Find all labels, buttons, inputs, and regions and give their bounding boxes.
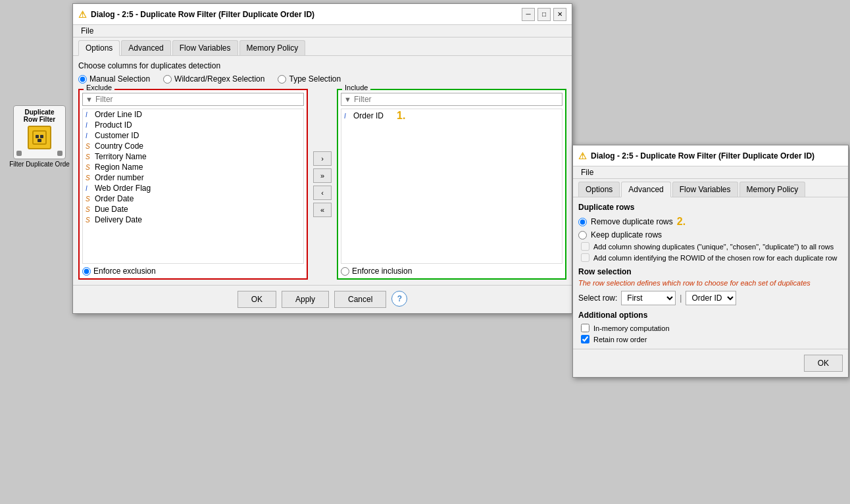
adv-tab-options[interactable]: Options (578, 182, 620, 197)
include-column-list[interactable]: I Order ID 1. (341, 109, 562, 264)
move-right-button[interactable]: › (313, 151, 332, 166)
tab-flow-variables[interactable]: Flow Variables (172, 40, 238, 55)
radio-wildcard[interactable]: Wildcard/Regex Selection (163, 74, 264, 84)
tab-options[interactable]: Options (78, 40, 120, 56)
list-item[interactable]: S Order Date (83, 193, 303, 204)
retain-row-order-row[interactable]: Retain row order (578, 335, 843, 343)
list-item[interactable]: S Due Date (83, 204, 303, 214)
node-container: Duplicate Row Filter Filter Duplicate Or… (7, 105, 72, 168)
enforce-exclusion-row[interactable]: Enforce exclusion (82, 266, 304, 276)
list-item[interactable]: S Territory Name (83, 151, 303, 162)
move-right-all-button[interactable]: » (313, 168, 332, 183)
arrow-buttons: › » ‹ « (311, 89, 334, 280)
node-label: Filter Duplicate Orde (9, 161, 70, 168)
include-filter-box[interactable]: ▼ (341, 93, 562, 106)
radio-manual[interactable]: Manual Selection (78, 74, 150, 84)
enforce-inclusion-row[interactable]: Enforce inclusion (341, 266, 562, 276)
select-row-row: Select row: First Last Minimum Maximum |… (578, 291, 843, 305)
duplicate-rows-title: Duplicate rows (578, 203, 843, 212)
columns-area: Exclude ▼ I Order Line ID I Product ID (78, 89, 566, 280)
radio-manual-input[interactable] (78, 75, 87, 84)
keep-duplicate-row[interactable]: Keep duplicate rows (578, 230, 843, 239)
remove-duplicate-row[interactable]: Remove duplicate rows 2. (578, 216, 843, 228)
enforce-exclusion-radio[interactable] (82, 267, 91, 276)
adv-tab-advanced[interactable]: Advanced (621, 182, 670, 197)
list-item[interactable]: I Customer ID (83, 130, 303, 141)
in-memory-row[interactable]: In-memory computation (578, 324, 843, 332)
list-item[interactable]: S Region Name (83, 162, 303, 172)
tab-advanced[interactable]: Advanced (121, 40, 170, 55)
node-box[interactable]: Duplicate Row Filter (13, 105, 66, 159)
col-type-icon: S (86, 216, 92, 224)
advanced-dialog-menubar: File (573, 166, 848, 179)
retain-row-order-checkbox[interactable] (581, 335, 589, 343)
dialog-controls[interactable]: ─ □ ✕ (522, 8, 566, 21)
adv-tab-memory-policy[interactable]: Memory Policy (739, 182, 806, 197)
col-type-icon: I (86, 111, 92, 118)
main-dialog-menubar: File (73, 25, 572, 38)
node-icon (28, 126, 51, 149)
col-type-icon: I (86, 185, 92, 192)
main-dialog-buttons: OK Apply Cancel ? (73, 285, 572, 313)
select-row-label: Select row: (578, 293, 617, 303)
advanced-dialog-title: ⚠ Dialog - 2:5 - Duplicate Row Filter (F… (578, 151, 814, 161)
col-type-icon: I (86, 132, 92, 139)
minimize-button[interactable]: ─ (522, 8, 535, 21)
exclude-panel: Exclude ▼ I Order Line ID I Product ID (78, 89, 308, 280)
port-left (16, 151, 22, 156)
radio-type[interactable]: Type Selection (278, 74, 341, 84)
radio-type-input[interactable] (278, 75, 286, 84)
main-dialog-tabs: Options Advanced Flow Variables Memory P… (73, 38, 572, 56)
add-column-unique-checkbox[interactable] (581, 242, 589, 251)
exclude-label: Exclude (84, 84, 114, 91)
col-type-icon: S (86, 143, 92, 150)
list-item[interactable]: S Order number (83, 172, 303, 183)
select-row-dropdown[interactable]: First Last Minimum Maximum (621, 291, 676, 305)
main-dialog-content: Choose columns for duplicates detection … (73, 56, 572, 285)
enforce-inclusion-radio[interactable] (341, 267, 349, 276)
adv-ok-button[interactable]: OK (804, 355, 843, 372)
col-type-icon: S (86, 206, 92, 213)
include-filter-input[interactable] (354, 95, 559, 104)
list-item[interactable]: I Order ID 1. (341, 109, 562, 122)
tab-memory-policy[interactable]: Memory Policy (239, 40, 306, 55)
list-item[interactable]: I Web Order Flag (83, 183, 303, 193)
maximize-button[interactable]: □ (538, 8, 551, 21)
exclude-filter-input[interactable] (95, 95, 301, 104)
add-column-rowid-row[interactable]: Add column identifying the ROWID of the … (578, 253, 843, 262)
adv-menu-file[interactable]: File (578, 166, 596, 178)
keep-duplicate-radio[interactable] (578, 231, 587, 239)
list-item[interactable]: I Product ID (83, 120, 303, 130)
row-selection-title: Row selection (578, 267, 843, 276)
col-type-icon: S (86, 153, 92, 161)
warning-icon-2: ⚠ (578, 151, 587, 161)
remove-duplicate-radio[interactable] (578, 218, 587, 226)
svg-rect-2 (40, 135, 43, 138)
exclude-column-list[interactable]: I Order Line ID I Product ID I Customer … (82, 109, 304, 264)
include-filter-icon: ▼ (344, 95, 351, 103)
apply-button[interactable]: Apply (282, 291, 329, 308)
cancel-button[interactable]: Cancel (334, 291, 386, 308)
list-item[interactable]: S Delivery Date (83, 214, 303, 225)
badge-2: 2. (677, 216, 686, 228)
list-item[interactable]: I Order Line ID (83, 109, 303, 120)
svg-rect-1 (36, 135, 39, 138)
col-type-icon: I (344, 113, 351, 120)
list-item[interactable]: S Country Code (83, 141, 303, 151)
move-left-all-button[interactable]: « (313, 203, 332, 217)
menu-file[interactable]: File (78, 25, 96, 37)
add-column-rowid-checkbox[interactable] (581, 253, 589, 262)
radio-wildcard-input[interactable] (163, 75, 172, 84)
in-memory-checkbox[interactable] (581, 324, 589, 332)
adv-tab-flow-variables[interactable]: Flow Variables (672, 182, 738, 197)
exclude-filter-box[interactable]: ▼ (82, 93, 304, 106)
move-left-button[interactable]: ‹ (313, 186, 332, 200)
warning-icon: ⚠ (78, 9, 87, 20)
close-button[interactable]: ✕ (553, 8, 566, 21)
select-col-dropdown[interactable]: Order ID (686, 291, 736, 305)
ok-button[interactable]: OK (238, 291, 276, 308)
help-button[interactable]: ? (391, 291, 407, 307)
advanced-dialog-tabs: Options Advanced Flow Variables Memory P… (573, 179, 848, 197)
add-column-unique-row[interactable]: Add column showing duplicates ("unique",… (578, 242, 843, 251)
selection-types: Manual Selection Wildcard/Regex Selectio… (78, 74, 566, 84)
